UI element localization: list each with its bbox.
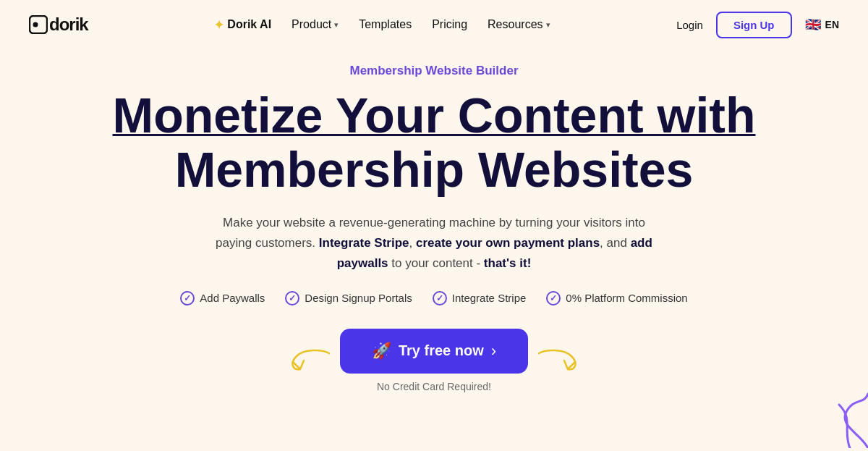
hero-desc-bold4: that's it!	[484, 256, 531, 270]
nav-label-dorik-ai: Dorik AI	[227, 18, 271, 31]
product-chevron-icon: ▾	[334, 20, 339, 30]
svg-point-1	[33, 22, 38, 28]
hero-desc-bold2: create your own payment plans	[416, 236, 600, 250]
hero-title-line1: Monetize Your Content with	[113, 88, 756, 143]
resources-chevron-icon: ▾	[546, 20, 550, 30]
hero-desc-mid2: , and	[600, 236, 631, 250]
flag-icon: 🇬🇧	[805, 17, 821, 33]
feature-integrate-stripe: ✓ Integrate Stripe	[433, 291, 527, 305]
nav-label-resources: Resources	[488, 18, 542, 31]
hero-subtitle: Membership Website Builder	[349, 64, 518, 78]
nav-center: ✦ Dorik AI Product ▾ Templates Pricing R…	[214, 18, 550, 32]
hero-title-line2: Membership Websites	[175, 142, 694, 197]
cta-label: Try free now	[399, 342, 484, 359]
nav-item-templates[interactable]: Templates	[359, 18, 412, 31]
feature-label-1: Add Paywalls	[200, 292, 265, 304]
bottom-squiggle	[781, 390, 868, 451]
hero-title-underline: Monetize Your Content with	[113, 88, 756, 143]
login-button[interactable]: Login	[676, 19, 703, 31]
no-credit-card-text: No Credit Card Required!	[377, 381, 491, 392]
nav-label-product: Product	[292, 18, 331, 31]
hero-desc-bold1: Integrate Stripe	[319, 236, 409, 250]
swirl-left-icon	[282, 347, 333, 374]
check-icon-2: ✓	[285, 291, 299, 305]
logo-text: dorik	[49, 14, 88, 35]
try-free-button[interactable]: 🚀 Try free now ›	[340, 329, 528, 374]
rocket-icon: 🚀	[372, 342, 391, 361]
swirl-right-icon	[535, 347, 586, 374]
feature-label-2: Design Signup Portals	[305, 292, 412, 304]
cta-arrow-icon: ›	[491, 342, 496, 361]
hero-features: ✓ Add Paywalls ✓ Design Signup Portals ✓…	[180, 291, 687, 305]
feature-zero-commission: ✓ 0% Platform Commission	[546, 291, 687, 305]
nav-item-product[interactable]: Product ▾	[292, 18, 339, 31]
nav-item-dorik-ai[interactable]: ✦ Dorik AI	[214, 18, 271, 32]
nav-right: Login Sign Up 🇬🇧 EN	[676, 12, 839, 38]
nav-item-resources[interactable]: Resources ▾	[488, 18, 550, 31]
hero-title: Monetize Your Content with Membership We…	[113, 88, 756, 197]
language-selector[interactable]: 🇬🇧 EN	[805, 17, 839, 33]
hero-desc-end: to your content -	[388, 256, 484, 270]
svg-rect-0	[30, 16, 47, 33]
feature-label-3: Integrate Stripe	[452, 292, 527, 304]
logo[interactable]: dorik	[29, 14, 88, 35]
check-icon-4: ✓	[546, 291, 561, 305]
check-icon-1: ✓	[180, 291, 195, 305]
sparkle-icon: ✦	[214, 18, 224, 32]
navbar: dorik ✦ Dorik AI Product ▾ Templates Pri…	[0, 0, 868, 49]
nav-item-pricing[interactable]: Pricing	[432, 18, 467, 31]
hero-desc-mid1: ,	[409, 236, 416, 250]
hero-section: Membership Website Builder Monetize Your…	[0, 49, 868, 392]
squiggle-decoration-icon	[781, 390, 868, 448]
cta-wrapper: 🚀 Try free now › No Credit Card Required…	[340, 329, 528, 392]
check-icon-3: ✓	[433, 291, 447, 305]
feature-label-4: 0% Platform Commission	[566, 292, 687, 304]
lang-label: EN	[825, 19, 839, 30]
hero-description: Make your website a revenue-generating m…	[210, 213, 658, 274]
signup-button[interactable]: Sign Up	[716, 12, 792, 38]
feature-design-signup: ✓ Design Signup Portals	[285, 291, 412, 305]
logo-icon	[29, 15, 48, 34]
nav-label-pricing: Pricing	[432, 18, 467, 31]
nav-label-templates: Templates	[359, 18, 412, 31]
feature-add-paywalls: ✓ Add Paywalls	[180, 291, 265, 305]
